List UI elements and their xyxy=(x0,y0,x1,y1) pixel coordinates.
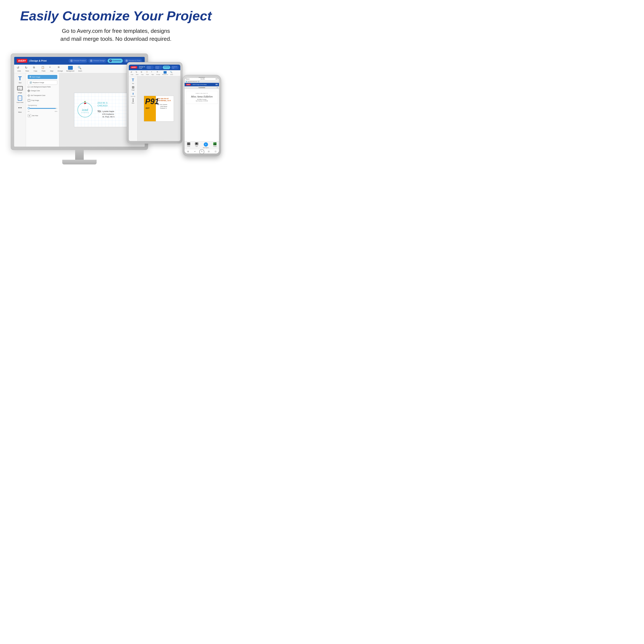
tablet-label-text: 1787 SW 4TH STSAN RAFAEL, CA 5 TO: Eric … xyxy=(157,98,173,109)
lock-bg-checkbox-row[interactable]: Lock Background Aspect Ratio xyxy=(28,86,57,88)
monitor-stand-neck xyxy=(75,150,84,160)
phone-recipient-name: Miss Anna Eddelen xyxy=(191,95,213,98)
phone-avery-badge: AVERY xyxy=(186,84,191,85)
sidebar-tool-import[interactable]: Import Data xyxy=(17,95,23,103)
monitor-base xyxy=(62,160,97,164)
phone-bottom-add[interactable]: + Add Objects xyxy=(203,142,209,148)
tablet-step-4[interactable]: Preview & Print xyxy=(171,66,179,69)
avery-logo: AVERY | Design & Print xyxy=(17,59,47,63)
toolbar-align[interactable]: ≡ Align xyxy=(49,66,54,72)
phone-nav-fit[interactable]: ⊞ xyxy=(187,150,189,153)
phone-address: 901 Miller Crossing San Francisco, CA 94… xyxy=(196,99,208,102)
tablet-label-addr: 1787 SW 4TH STSAN RAFAEL, CA 5 xyxy=(157,98,173,102)
tablet-tool-text[interactable]: T Text xyxy=(132,78,134,84)
view-icon: 👁 xyxy=(195,142,198,145)
phone-nav-next[interactable]: ⊡ xyxy=(215,150,216,153)
phone-kindly-text: KINDLY DELIVER TO xyxy=(196,93,208,94)
tablet: AVERY Design & Print Choose Product Choo… xyxy=(127,62,182,144)
tablet-toolbar: ↺ Undo ↻ Redo ⧉ Copy 📋 Paste xyxy=(129,70,180,76)
label-logo-area: 🍒 iced creamery xyxy=(74,93,96,127)
add-objects-icon: + xyxy=(204,142,208,147)
tablet-text-icon: T xyxy=(132,78,134,82)
tablet-toolbar-paste[interactable]: 📋 Paste xyxy=(146,71,149,75)
phone-bottom-project[interactable]: 🖨 Project xyxy=(213,142,217,148)
iced-circle-logo: 🍒 iced creamery xyxy=(77,102,93,117)
toolbar-zoom[interactable]: 🔍 Zoom xyxy=(78,66,82,72)
tablet-step-1[interactable]: Choose Product xyxy=(146,66,154,69)
tablet-image-icon: 🖼 xyxy=(132,86,134,89)
to-label: TO: xyxy=(97,110,102,113)
main-title: Easily Customize Your Project xyxy=(20,9,212,23)
tablet-step-3[interactable]: Customize xyxy=(163,66,170,69)
tablet-toolbar-zoom[interactable]: 🔍 Zoom xyxy=(170,71,173,75)
transparency-bar[interactable] xyxy=(28,108,57,109)
creamery-text: creamery xyxy=(81,112,89,113)
phone-bottom-sheet[interactable]: ⊞ Sheet xyxy=(187,142,190,148)
see-how-row[interactable]: ▶ See How xyxy=(28,114,57,117)
phone-home-button[interactable] xyxy=(199,149,204,154)
app-sidebar: T Text Image xyxy=(14,73,26,147)
phone-url-bar[interactable]: 🌐 app.print.avery.com 🔄 xyxy=(185,80,219,83)
tablet-tool-import[interactable]: ⬇ Import Data xyxy=(131,92,135,97)
tablet-toolbar-undo[interactable]: ↺ Undo xyxy=(131,71,134,75)
phone-nav-undo[interactable]: ↩ xyxy=(194,150,196,153)
to-address: Lynette Napie 678 Zuckerco St. Paul, Mn … xyxy=(102,110,115,118)
phone-back-button[interactable]: ← xyxy=(186,87,187,88)
project-icon: 🖨 xyxy=(213,142,217,145)
tablet-tool-image[interactable]: 🖼 Image xyxy=(132,86,135,91)
more-icon xyxy=(18,107,22,108)
monitor-screen: AVERY | Design & Print 1 Choose Product … xyxy=(14,57,145,147)
iced-text: iced xyxy=(82,108,88,112)
sidebar-tool-more[interactable]: More xyxy=(17,105,23,113)
nav-step-3[interactable]: 3 Customize xyxy=(108,59,123,63)
toolbar-copy[interactable]: ⧉ Copy xyxy=(33,66,38,72)
phone-nav-prev[interactable]: ⊟ xyxy=(208,150,210,153)
replace-image-button[interactable]: 🔄 Replace Image xyxy=(28,80,57,85)
tablet-toolbar-copy[interactable]: ⧉ Copy xyxy=(141,71,144,75)
label-text-area: 2314 W. G CHICAGO TO: Lynette Napie 678 … xyxy=(96,100,130,120)
tablet-toolbar-align[interactable]: ≡ Align xyxy=(151,71,154,75)
add-image-button[interactable]: 🖼 Add Image xyxy=(28,75,57,79)
phone-bottom-view[interactable]: 👁 View xyxy=(195,142,198,148)
transparency-fill xyxy=(28,108,56,109)
tablet-screen: AVERY Design & Print Choose Product Choo… xyxy=(129,65,180,141)
tablet-toolbar-arrange[interactable]: ⊞ Arrange xyxy=(156,71,160,75)
tablet-app-name: Design & Print xyxy=(139,66,146,69)
phone-frame: Verizon 5:01 PM 54% 🌐 app.print.avery.co… xyxy=(182,75,221,156)
set-transparent-row[interactable]: Set Transparent Color xyxy=(28,94,57,97)
image-icon xyxy=(17,86,23,90)
tablet-avery-badge: AVERY xyxy=(131,66,137,68)
tablet-toolbar-background[interactable]: Background xyxy=(162,71,168,75)
toolbar-arrange[interactable]: ⊞ Arrange xyxy=(58,66,63,72)
label-address-top: 2314 W. G CHICAGO xyxy=(97,102,128,107)
toolbar-paste[interactable]: 📋 Paste xyxy=(41,66,46,72)
toolbar-background[interactable]: Background xyxy=(66,66,74,72)
phone-action-icon[interactable]: ⊞ xyxy=(217,87,218,88)
nav-step-2[interactable]: 2 Choose Design xyxy=(88,59,107,63)
phone-hamburger-menu[interactable] xyxy=(216,84,218,85)
toolbar-redo[interactable]: ↻ Redo xyxy=(25,66,30,72)
sidebar-tool-image[interactable]: Image xyxy=(17,85,23,93)
toolbar-undo[interactable]: ↺ Undo xyxy=(17,66,21,72)
change-color-row[interactable]: Change Color xyxy=(28,89,57,93)
transparency-handle[interactable] xyxy=(28,107,30,109)
devices-showcase: AVERY | Design & Print 1 Choose Product … xyxy=(11,53,221,191)
crop-image-row[interactable]: Crop Image xyxy=(28,99,57,102)
tablet-canvas: P91 EST 1787 SW 4TH STSAN RAFAEL, CA 5 T… xyxy=(137,76,180,141)
phone-status-bar: Verizon 5:01 PM 54% xyxy=(185,78,219,80)
lock-bg-checkbox[interactable] xyxy=(28,86,29,88)
subtitle: Go to Avery.com for free templates, desi… xyxy=(60,27,171,43)
play-button[interactable]: ▶ xyxy=(28,114,31,117)
import-icon xyxy=(18,96,22,101)
tablet-label[interactable]: P91 EST 1787 SW 4TH STSAN RAFAEL, CA 5 T… xyxy=(144,96,174,122)
tablet-label-to-row: TO: Eric Greenw 1165 Skywa Portland, O xyxy=(157,104,173,109)
phone-sub-nav: ← Customize ⊞ xyxy=(185,86,219,89)
tablet-toolbar-redo[interactable]: ↻ Redo xyxy=(136,71,139,75)
phone-speaker xyxy=(199,77,205,78)
tablet-tool-more[interactable]: More xyxy=(132,99,134,104)
nav-step-1[interactable]: 1 Choose Product xyxy=(68,59,87,63)
tablet-step-2[interactable]: Choose Design xyxy=(155,66,162,69)
label-canvas[interactable]: 🍒 iced creamery 2314 W. G CHICAGO xyxy=(74,93,130,127)
transparency-label: Transparency: xyxy=(28,105,57,106)
sidebar-tool-text[interactable]: T Text xyxy=(17,75,23,84)
